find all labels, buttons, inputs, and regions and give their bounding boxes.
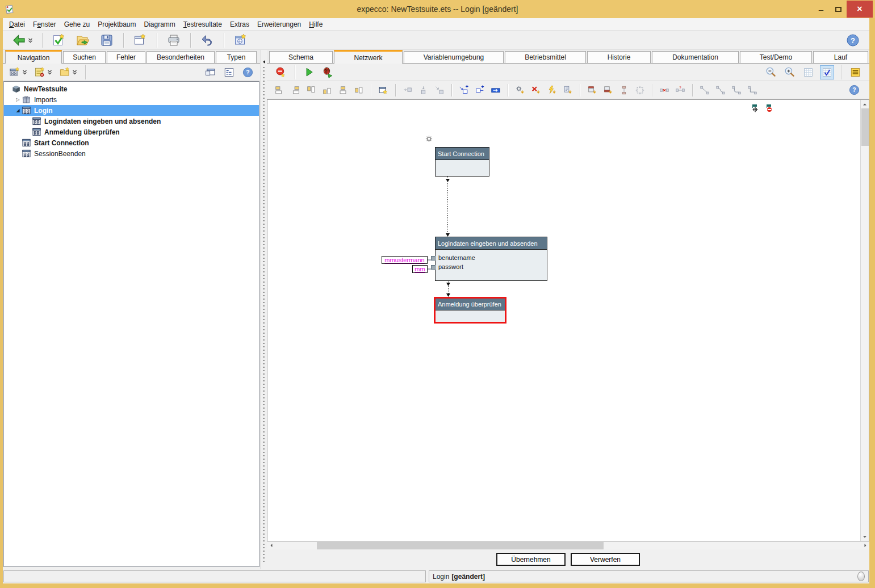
expander-collapsed-icon[interactable]: ▷ — [14, 97, 22, 102]
menu-diagramm[interactable]: Diagramm — [140, 19, 179, 30]
breakpoints-button[interactable] — [274, 65, 288, 79]
tree-item-newtestsuite[interactable]: NewTestsuite — [4, 83, 259, 94]
tab-besonderheiten[interactable]: Besonderheiten — [146, 51, 215, 63]
pin-label-benutername[interactable]: benutername — [438, 253, 547, 262]
run-button[interactable] — [302, 65, 316, 79]
project-tree[interactable]: NewTestsuite▷Imports◢LoginLogindaten ein… — [3, 81, 259, 567]
new-block-button[interactable] — [8, 65, 28, 79]
grid-button[interactable] — [801, 65, 815, 79]
align-bottom-button[interactable] — [321, 84, 333, 96]
network-canvas[interactable]: Start Connection Logindaten eingeben und… — [267, 100, 860, 541]
align-right-button[interactable] — [289, 84, 302, 96]
input-pin[interactable] — [431, 256, 436, 261]
menu-gehe-zu[interactable]: Gehe zu — [60, 19, 94, 30]
zoom-out-button[interactable] — [764, 65, 778, 79]
conn-bezier-button[interactable] — [714, 84, 727, 96]
save-button[interactable] — [98, 32, 115, 49]
align-top-button[interactable] — [305, 84, 317, 96]
pin-value-benutername[interactable]: mmustermann — [382, 256, 428, 264]
conn-rounded-button[interactable] — [730, 84, 743, 96]
conn-direct-button[interactable] — [698, 84, 711, 96]
help-button[interactable]: ? — [844, 32, 861, 49]
add-inline-value-button[interactable] — [489, 84, 502, 96]
insert-input-button[interactable] — [401, 84, 414, 96]
align-center-v-button[interactable] — [353, 84, 365, 96]
menu-fenster[interactable]: Fenster — [29, 19, 60, 30]
tab-variablenumgebung[interactable]: Variablenumgebung — [404, 51, 504, 63]
tab-betriebsmittel[interactable]: Betriebsmittel — [505, 51, 586, 63]
tree-item-anmeldung-überprüfen[interactable]: Anmeldung überprüfen — [4, 127, 259, 137]
tab-netzwerk[interactable]: Netzwerk — [334, 50, 403, 64]
scroll-thumb[interactable] — [861, 108, 869, 146]
menu-projektbaum[interactable]: Projektbaum — [94, 19, 140, 30]
zoom-in-button[interactable] — [782, 65, 797, 79]
collapse-left-icon[interactable] — [262, 58, 266, 62]
new-action-button[interactable] — [33, 65, 53, 79]
pin-top-button[interactable] — [586, 84, 598, 96]
new-testsuite-button[interactable] — [51, 32, 68, 49]
diagram-help-button[interactable]: ? — [847, 83, 861, 97]
back-arrow-button[interactable] — [11, 32, 34, 49]
node-start-connection[interactable]: Start Connection — [435, 147, 489, 177]
tab-dokumentation[interactable]: Dokumentation — [652, 51, 739, 63]
scroll-down-icon[interactable] — [861, 532, 869, 541]
snap-grid-button[interactable] — [820, 65, 834, 79]
tree-list-button[interactable] — [222, 65, 236, 79]
remove-connection-button[interactable] — [658, 84, 671, 96]
scroll-thumb[interactable] — [317, 542, 604, 549]
tab-suchen[interactable]: Suchen — [63, 51, 106, 63]
apply-button[interactable]: Übernehmen — [496, 553, 566, 566]
new-folder-button[interactable] — [58, 65, 78, 79]
tab-historie[interactable]: Historie — [587, 51, 651, 63]
menu-extras[interactable]: Extras — [226, 19, 253, 30]
settings-button[interactable] — [232, 32, 249, 49]
fit-size-button[interactable] — [634, 84, 646, 96]
tab-navigation[interactable]: Navigation — [5, 50, 62, 64]
source-view-button[interactable] — [848, 65, 863, 79]
align-center-h-button[interactable] — [337, 84, 349, 96]
tab-lauf[interactable]: Lauf — [813, 51, 868, 63]
pin-label-passwort[interactable]: passwort — [438, 262, 547, 271]
add-resource-button[interactable] — [562, 84, 574, 96]
add-output-pin-button[interactable] — [474, 84, 486, 96]
undo-button[interactable] — [199, 32, 216, 49]
tree-item-sessionbeenden[interactable]: SessionBeenden — [4, 148, 259, 159]
discard-button[interactable]: Verwerfen — [571, 553, 640, 566]
add-input-pin-button[interactable] — [458, 84, 470, 96]
insert-output-button[interactable] — [433, 84, 446, 96]
conn-orthogonal-button[interactable] — [746, 84, 759, 96]
minimize-button[interactable]: – — [813, 1, 830, 17]
pin-bottom-button[interactable] — [602, 84, 614, 96]
menu-testresultate[interactable]: Testresultate — [179, 19, 226, 30]
tree-item-start-connection[interactable]: Start Connection — [4, 137, 259, 148]
node-logindaten[interactable]: Logindaten eingeben und absenden benuter… — [435, 237, 547, 281]
input-pin[interactable] — [431, 265, 436, 270]
expander-expanded-icon[interactable]: ◢ — [14, 108, 22, 113]
distribute-vertical-button[interactable] — [618, 84, 630, 96]
tab-fehler[interactable]: Fehler — [107, 51, 145, 63]
align-left-button[interactable] — [273, 84, 286, 96]
close-button[interactable]: × — [847, 1, 873, 18]
scroll-right-icon[interactable] — [861, 541, 869, 550]
pin-value-passwort[interactable]: mm — [412, 265, 428, 273]
horizontal-scrollbar[interactable] — [267, 541, 869, 549]
scroll-left-icon[interactable] — [267, 541, 275, 550]
open-file-button[interactable] — [74, 32, 91, 49]
print-button[interactable] — [165, 32, 182, 49]
tab-schema[interactable]: Schema — [269, 51, 333, 63]
new-element-button[interactable] — [377, 84, 390, 96]
menu-erweiterungen[interactable]: Erweiterungen — [253, 19, 305, 30]
vertical-scrollbar[interactable] — [860, 100, 869, 541]
new-window-button[interactable] — [132, 32, 149, 49]
tab-typen[interactable]: Typen — [216, 51, 257, 63]
pin-input-icon[interactable] — [751, 103, 759, 112]
tree-item-login[interactable]: ◢Login — [4, 105, 259, 116]
pin-output-icon[interactable] — [765, 103, 773, 112]
panel-splitter[interactable] — [260, 50, 267, 569]
tab-test-demo[interactable]: Test/Demo — [740, 51, 812, 63]
reroute-connection-button[interactable]: ? — [674, 84, 686, 96]
menu-datei[interactable]: Datei — [5, 19, 29, 30]
debug-button[interactable] — [321, 65, 335, 79]
node-anmeldung[interactable]: Anmeldung überprüfen — [434, 297, 506, 324]
menu-hilfe[interactable]: Hilfe — [305, 19, 326, 30]
